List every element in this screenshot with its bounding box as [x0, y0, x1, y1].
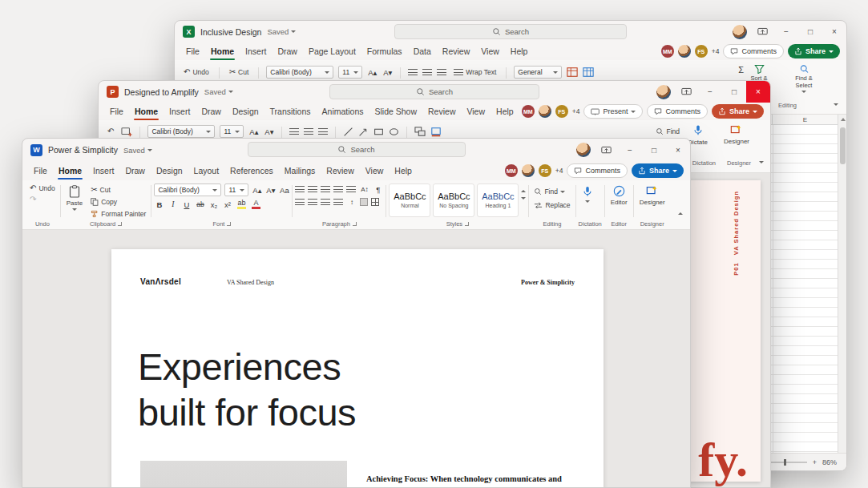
powerpoint-avatar-fs[interactable]: FS: [555, 105, 568, 118]
excel-tab-page-layout[interactable]: Page Layout: [304, 43, 361, 59]
excel-share-button[interactable]: Share: [788, 44, 840, 58]
powerpoint-font-size-select[interactable]: 11: [220, 125, 244, 138]
powerpoint-comments-button[interactable]: Comments: [647, 104, 708, 119]
excel-tab-draw[interactable]: Draw: [273, 43, 302, 59]
quick-styles-icon[interactable]: [430, 127, 442, 137]
grow-font-button[interactable]: A▴: [252, 186, 262, 195]
word-tab-references[interactable]: References: [225, 163, 278, 179]
powerpoint-bullets-icon[interactable]: [289, 128, 299, 135]
powerpoint-tab-slide-show[interactable]: Slide Show: [370, 103, 422, 119]
excel-align-right-icon[interactable]: [437, 69, 446, 76]
excel-close-button[interactable]: ×: [822, 21, 846, 42]
clipboard-dialog-launcher-icon[interactable]: [118, 222, 122, 226]
excel-tab-home[interactable]: Home: [206, 43, 239, 59]
powerpoint-numbering-icon[interactable]: [304, 128, 313, 135]
styles-gallery-down-icon[interactable]: [521, 197, 526, 200]
superscript-button[interactable]: x²: [222, 200, 232, 209]
powerpoint-ribbon-collapse-icon[interactable]: [759, 161, 764, 163]
new-slide-icon[interactable]: [121, 127, 132, 137]
powerpoint-find-button[interactable]: Find: [653, 127, 682, 136]
word-tab-view[interactable]: View: [361, 163, 389, 179]
powerpoint-share-button[interactable]: Share: [712, 104, 764, 119]
excel-avatar-fs[interactable]: FS: [695, 45, 708, 58]
replace-button[interactable]: Replace: [531, 200, 572, 210]
style-normal[interactable]: AaBbCcNormal: [389, 184, 430, 217]
word-cast-icon[interactable]: [594, 139, 618, 161]
bold-button[interactable]: B: [154, 200, 164, 209]
powerpoint-tab-animations[interactable]: Animations: [317, 103, 369, 119]
excel-tab-file[interactable]: File: [181, 43, 204, 59]
excel-avatar-photo[interactable]: [678, 45, 691, 58]
powerpoint-tab-draw[interactable]: Draw: [196, 103, 226, 119]
powerpoint-avatar-photo[interactable]: [539, 105, 551, 118]
font-color-button[interactable]: A: [250, 200, 261, 209]
word-tab-mailings[interactable]: Mailings: [280, 163, 321, 179]
word-tab-insert[interactable]: Insert: [88, 163, 119, 179]
word-minimize-button[interactable]: −: [618, 139, 642, 161]
powerpoint-minimize-button[interactable]: −: [698, 81, 722, 103]
excel-maximize-button[interactable]: □: [798, 21, 822, 42]
powerpoint-user-avatar[interactable]: [656, 85, 671, 99]
format-painter-button[interactable]: Format Painter: [88, 209, 148, 219]
sort-icon[interactable]: A↕: [359, 186, 369, 193]
word-tab-design[interactable]: Design: [151, 163, 188, 179]
powerpoint-tab-view[interactable]: View: [462, 103, 490, 119]
paste-button[interactable]: Paste: [63, 184, 86, 212]
excel-avatar-mm[interactable]: MM: [661, 45, 674, 58]
word-saved-status[interactable]: Saved: [123, 146, 152, 155]
excel-search-box[interactable]: Search: [394, 24, 627, 39]
find-button[interactable]: Find: [531, 187, 572, 196]
copy-button[interactable]: Copy: [88, 197, 148, 207]
change-case-button[interactable]: Aa: [279, 186, 289, 195]
excel-cast-icon[interactable]: [750, 21, 774, 42]
font-size-select[interactable]: 11: [224, 184, 248, 196]
dictate-button[interactable]: [579, 184, 596, 204]
word-avatar-photo[interactable]: [522, 164, 535, 177]
conditional-formatting-icon[interactable]: [567, 67, 578, 78]
strikethrough-button[interactable]: ab: [195, 200, 205, 208]
powerpoint-tab-home[interactable]: Home: [130, 103, 163, 119]
word-search-box[interactable]: Search: [248, 142, 466, 157]
excel-tab-insert[interactable]: Insert: [240, 43, 271, 59]
oval-shape-icon[interactable]: [389, 127, 399, 137]
excel-ribbon-collapse-icon[interactable]: [834, 103, 838, 106]
text-highlight-button[interactable]: ab: [236, 200, 247, 209]
excel-tab-help[interactable]: Help: [506, 43, 533, 59]
powerpoint-undo-button[interactable]: ↶: [105, 127, 116, 136]
word-close-button[interactable]: ×: [666, 139, 690, 161]
powerpoint-present-button[interactable]: Present: [583, 104, 643, 119]
font-name-select[interactable]: Calibri (Body): [154, 184, 221, 196]
powerpoint-font-name-select[interactable]: Calibri (Body): [147, 125, 215, 138]
document-page[interactable]: VanΛrsdel VA Shared Design Power & Simpl…: [111, 249, 604, 488]
excel-align-center-icon[interactable]: [422, 69, 432, 76]
cut-button[interactable]: ✂Cut: [88, 185, 148, 195]
excel-comments-button[interactable]: Comments: [723, 44, 784, 58]
word-user-avatar[interactable]: [576, 143, 591, 157]
decrease-indent-icon[interactable]: [333, 186, 343, 193]
word-tab-draw[interactable]: Draw: [120, 163, 150, 179]
numbering-icon[interactable]: [308, 186, 317, 193]
powerpoint-saved-status[interactable]: Saved: [204, 87, 233, 96]
excel-font-size-select[interactable]: 11: [338, 66, 362, 79]
editor-button[interactable]: Editor: [608, 184, 631, 208]
word-ribbon-collapse-icon[interactable]: [678, 212, 683, 215]
powerpoint-cast-icon[interactable]: [674, 81, 698, 103]
powerpoint-designer-button[interactable]: Designer: [721, 123, 753, 147]
redo-button[interactable]: ↷: [27, 195, 58, 204]
word-avatar-mm[interactable]: MM: [505, 164, 518, 177]
word-avatar-fs[interactable]: FS: [539, 164, 551, 177]
styles-gallery-up-icon[interactable]: [521, 190, 526, 192]
arrow-shape-icon[interactable]: [358, 127, 369, 137]
align-center-icon[interactable]: [308, 199, 317, 206]
rectangle-shape-icon[interactable]: [373, 127, 384, 137]
excel-scrollbar-thumb[interactable]: [840, 127, 846, 164]
line-spacing-icon[interactable]: ↕: [346, 199, 357, 206]
italic-button[interactable]: I: [168, 200, 178, 208]
subscript-button[interactable]: x₂: [208, 200, 219, 209]
align-right-icon[interactable]: [321, 199, 330, 206]
designer-button[interactable]: Designer: [636, 184, 668, 208]
powerpoint-avatar-more[interactable]: +4: [572, 107, 580, 115]
underline-button[interactable]: U: [181, 200, 192, 209]
powerpoint-tab-review[interactable]: Review: [423, 103, 460, 119]
powerpoint-tab-design[interactable]: Design: [228, 103, 264, 119]
